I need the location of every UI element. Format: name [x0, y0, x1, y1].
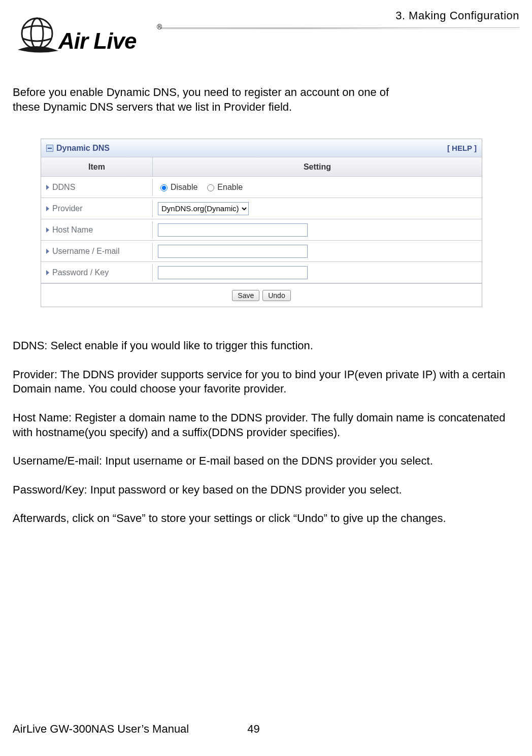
radio-disable-label[interactable]: Disable [158, 183, 197, 192]
undo-button[interactable]: Undo [262, 290, 290, 301]
ddns-panel: Dynamic DNS [ HELP ] Item Setting DDNS D… [41, 139, 482, 307]
username-input[interactable] [158, 245, 308, 258]
chevron-right-icon [46, 249, 49, 254]
hostname-input[interactable] [158, 223, 308, 237]
col-header-setting: Setting [153, 157, 482, 176]
desc-afterwards: Afterwards, click on “Save” to store you… [13, 511, 519, 526]
registered-mark: ® [157, 23, 162, 31]
radio-disable[interactable] [160, 184, 168, 191]
button-row: Save Undo [41, 283, 482, 307]
column-headers: Item Setting [41, 157, 482, 177]
label-password: Password / Key [52, 268, 109, 277]
row-password: Password / Key [41, 262, 482, 283]
description-block: DDNS: Select enable if you would like to… [13, 339, 519, 526]
collapse-icon[interactable] [46, 145, 53, 152]
radio-enable-label[interactable]: Enable [205, 183, 243, 192]
svg-point-1 [31, 18, 43, 49]
chapter-label: 3. Making Configuration [395, 9, 519, 22]
header-rule [160, 27, 519, 29]
footer-page-number: 49 [247, 722, 259, 736]
row-provider: Provider DynDNS.org(Dynamic) [41, 198, 482, 219]
chevron-right-icon [46, 270, 49, 275]
page-header: 3. Making Configuration Air Live ® [13, 5, 519, 71]
save-button[interactable]: Save [232, 290, 259, 301]
radio-disable-text: Disable [171, 183, 197, 192]
radio-enable[interactable] [207, 184, 214, 191]
panel-titlebar: Dynamic DNS [ HELP ] [41, 139, 482, 157]
chevron-right-icon [46, 185, 49, 190]
panel-title-text: Dynamic DNS [56, 144, 110, 153]
desc-password: Password/Key: Input password or key base… [13, 483, 519, 498]
password-input[interactable] [158, 266, 308, 279]
col-header-item: Item [41, 157, 153, 176]
chevron-right-icon [46, 227, 49, 233]
brand-logo: Air Live ® [13, 14, 165, 65]
radio-enable-text: Enable [217, 183, 243, 192]
desc-username: Username/E-mail: Input username or E-mai… [13, 454, 519, 469]
footer-manual: AirLive GW-300NAS User’s Manual [13, 722, 189, 736]
chevron-right-icon [46, 206, 49, 211]
row-hostname: Host Name [41, 219, 482, 241]
page-footer: AirLive GW-300NAS User’s Manual 49 [13, 722, 510, 736]
help-link[interactable]: [ HELP ] [447, 144, 477, 152]
label-provider: Provider [52, 204, 83, 213]
label-username: Username / E-mail [52, 247, 119, 256]
row-ddns: DDNS Disable Enable [41, 177, 482, 198]
desc-ddns: DDNS: Select enable if you would like to… [13, 339, 519, 353]
label-hostname: Host Name [52, 225, 93, 235]
desc-hostname: Host Name: Register a domain name to the… [13, 411, 519, 440]
row-username: Username / E-mail [41, 241, 482, 262]
desc-provider: Provider: The DDNS provider supports ser… [13, 368, 519, 397]
label-ddns: DDNS [52, 183, 75, 192]
provider-select[interactable]: DynDNS.org(Dynamic) [158, 202, 249, 215]
intro-text: Before you enable Dynamic DNS, you need … [13, 85, 398, 114]
brand-name: Air Live [58, 28, 137, 53]
svg-point-0 [22, 18, 52, 49]
